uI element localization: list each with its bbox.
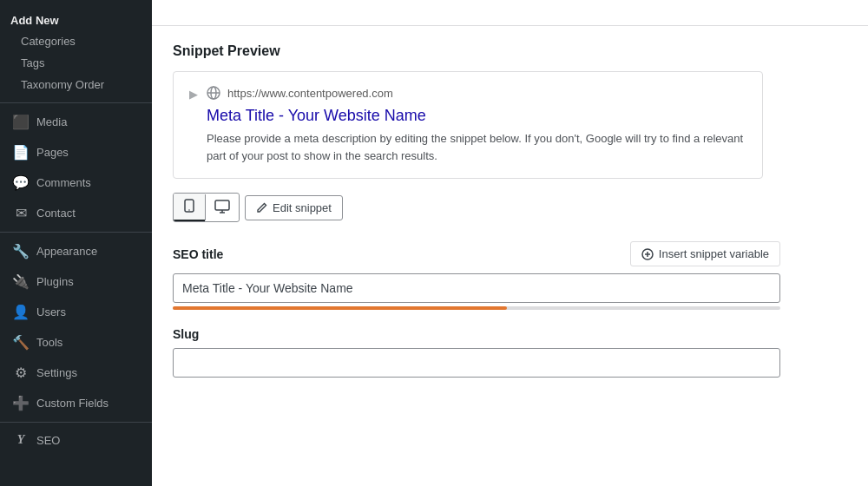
sidebar-item-appearance[interactable]: 🔧 Appearance <box>0 236 152 266</box>
slug-section: Slug <box>173 327 780 378</box>
sidebar-item-custom-fields[interactable]: ➕ Custom Fields <box>0 388 152 418</box>
sidebar-item-seo-label: SEO <box>36 434 60 447</box>
sidebar-item-settings[interactable]: ⚙ Settings <box>0 358 152 388</box>
contact-icon: ✉ <box>12 205 30 221</box>
snippet-arrow-icon: ▶ <box>189 88 198 101</box>
sidebar-item-comments-label: Comments <box>36 176 91 189</box>
seo-title-input-wrap <box>173 273 780 303</box>
sidebar-item-tools[interactable]: 🔨 Tools <box>0 327 152 358</box>
sidebar-item-users[interactable]: 👤 Users <box>0 297 152 327</box>
snippet-preview-section: Snippet Preview ▶ https://www. <box>173 43 780 222</box>
scroll-top-area <box>152 0 868 26</box>
sidebar-item-media-label: Media <box>36 115 67 128</box>
settings-icon: ⚙ <box>12 364 30 381</box>
media-icon: ⬛ <box>12 114 30 130</box>
sidebar-item-contact-label: Contact <box>36 207 76 220</box>
sidebar-item-comments[interactable]: 💬 Comments <box>0 167 152 198</box>
slug-header: Slug <box>173 327 780 341</box>
users-icon: 👤 <box>12 304 30 320</box>
snippet-url: https://www.contentpowered.com <box>227 87 393 100</box>
sidebar-item-plugins-label: Plugins <box>36 275 74 288</box>
snippet-preview-title: Snippet Preview <box>173 43 780 59</box>
sidebar-item-custom-fields-label: Custom Fields <box>36 397 108 410</box>
sidebar-item-taxonomy-order[interactable]: Taxonomy Order <box>0 74 152 95</box>
globe-icon <box>207 86 220 100</box>
snippet-toolbar: Edit snippet <box>173 193 780 222</box>
custom-fields-icon: ➕ <box>12 395 30 411</box>
device-btn-group <box>173 193 240 222</box>
snippet-preview-box: ▶ https://www.contentpowered.com Meta Ti… <box>173 71 763 179</box>
tools-icon: 🔨 <box>12 334 30 351</box>
sidebar: Add New Categories Tags Taxonomy Order ⬛… <box>0 0 152 486</box>
edit-snippet-label: Edit snippet <box>273 201 332 214</box>
sidebar-item-pages[interactable]: 📄 Pages <box>0 137 152 167</box>
edit-snippet-button[interactable]: Edit snippet <box>245 195 343 220</box>
plugins-icon: 🔌 <box>12 273 30 290</box>
sidebar-item-users-label: Users <box>36 305 66 319</box>
insert-variable-label: Insert snippet variable <box>659 247 769 260</box>
seo-title-label: SEO title <box>173 247 223 261</box>
comments-icon: 💬 <box>12 174 30 191</box>
seo-title-progress-bar <box>173 306 780 310</box>
svg-point-4 <box>188 209 190 211</box>
seo-title-section: SEO title Insert snippet variable <box>173 241 780 310</box>
sidebar-item-contact[interactable]: ✉ Contact <box>0 198 152 228</box>
sidebar-item-categories[interactable]: Categories <box>0 30 152 52</box>
sidebar-item-media[interactable]: ⬛ Media <box>0 107 152 137</box>
plus-circle-icon <box>641 248 654 260</box>
seo-title-header: SEO title Insert snippet variable <box>173 241 780 266</box>
sidebar-item-pages-label: Pages <box>36 146 69 159</box>
appearance-icon: 🔧 <box>12 243 30 259</box>
desktop-device-btn[interactable] <box>205 194 239 220</box>
snippet-description: Please provide a meta description by edi… <box>207 130 746 164</box>
slug-input[interactable] <box>173 348 780 378</box>
add-new-header: Add New <box>0 7 152 30</box>
pencil-icon <box>256 202 267 213</box>
insert-snippet-variable-button[interactable]: Insert snippet variable <box>630 241 780 266</box>
sidebar-item-seo[interactable]: Y SEO <box>0 426 152 454</box>
seo-icon: Y <box>12 433 30 447</box>
sidebar-item-plugins[interactable]: 🔌 Plugins <box>0 266 152 297</box>
snippet-title-link[interactable]: Meta Title - Your Website Name <box>207 107 746 125</box>
svg-rect-5 <box>215 200 229 210</box>
snippet-url-row: https://www.contentpowered.com <box>207 86 746 100</box>
pages-icon: 📄 <box>12 144 30 161</box>
mobile-device-btn[interactable] <box>174 194 205 221</box>
seo-title-progress-fill <box>173 306 507 310</box>
sidebar-item-settings-label: Settings <box>36 366 77 379</box>
main-content: Snippet Preview ▶ https://www. <box>152 0 868 486</box>
snippet-arrow-col: ▶ <box>189 86 207 101</box>
sidebar-item-appearance-label: Appearance <box>36 245 97 258</box>
seo-title-input[interactable] <box>173 273 780 303</box>
sidebar-item-tags[interactable]: Tags <box>0 52 152 74</box>
snippet-content: https://www.contentpowered.com Meta Titl… <box>207 86 746 164</box>
slug-label: Slug <box>173 327 199 341</box>
sidebar-item-tools-label: Tools <box>36 336 62 349</box>
desktop-icon <box>214 200 230 213</box>
mobile-icon <box>182 199 196 213</box>
snippet-preview-inner: ▶ https://www.contentpowered.com Meta Ti… <box>189 86 746 164</box>
